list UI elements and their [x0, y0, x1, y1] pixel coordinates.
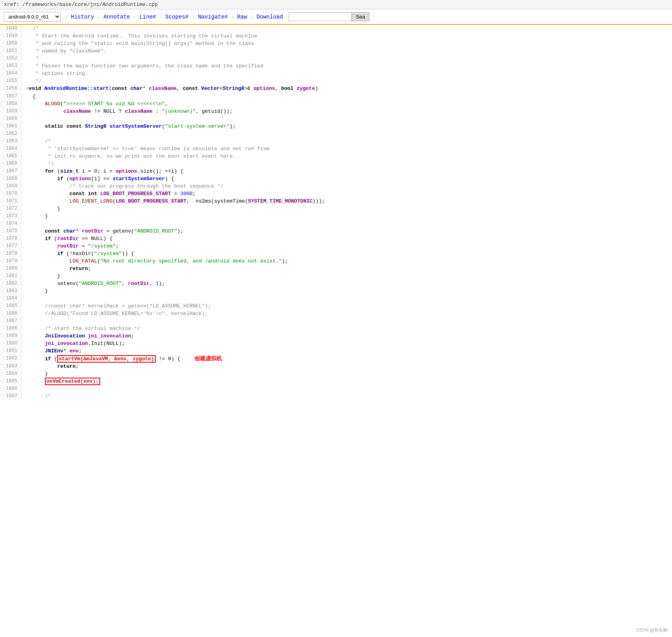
- line-number: 1069: [0, 183, 22, 190]
- code-line: 1049 * Start the Android runtime. This i…: [0, 32, 672, 40]
- line-content: return;: [22, 265, 672, 272]
- line-content: * and calling the "static void main(Stri…: [22, 40, 672, 47]
- code-line: 1083 }: [0, 287, 672, 295]
- line-number: 1060: [0, 115, 22, 123]
- code-line: 1080 return;: [0, 265, 672, 272]
- line-number: 1097: [0, 393, 22, 400]
- line-number: 1086: [0, 310, 22, 317]
- nav-link-raw[interactable]: Raw: [235, 13, 249, 21]
- line-number: 1078: [0, 250, 22, 257]
- line-content: *: [22, 55, 672, 62]
- line-content: //const char* kernelHack = getenv("LD_AS…: [22, 302, 672, 310]
- line-content: rootDir = "/system";: [22, 242, 672, 250]
- nav-link-line[interactable]: Line#: [137, 13, 158, 21]
- code-line: 1096: [0, 385, 672, 393]
- line-content: JniInvocation jni_invocation;: [22, 332, 672, 340]
- code-line: 1053 * Passes the main function two argu…: [0, 62, 672, 70]
- line-number: 1072: [0, 205, 22, 212]
- nav-separator-1: |: [65, 14, 68, 20]
- line-number: 1051: [0, 47, 22, 55]
- line-number: 1058: [0, 100, 22, 108]
- code-line: 1081 }: [0, 272, 672, 280]
- line-content: LOG_EVENT_LONG(LOG_BOOT_PROGRESS_START, …: [22, 197, 672, 205]
- line-number: 1089: [0, 332, 22, 340]
- line-number: 1067: [0, 168, 22, 175]
- line-number: 1065: [0, 153, 22, 160]
- line-content: */: [22, 160, 672, 168]
- code-line: 1085 //const char* kernelHack = getenv("…: [0, 302, 672, 310]
- nav-separator-2: |: [97, 14, 101, 20]
- line-content: }: [22, 370, 672, 378]
- nav-link-annotate[interactable]: Annotate: [101, 13, 132, 21]
- line-number: 1093: [0, 363, 22, 370]
- line-number: 1059: [0, 108, 22, 115]
- line-number: 1050: [0, 40, 22, 47]
- code-line: 1055 */: [0, 77, 672, 85]
- code-line: 1075 const char* rootDir = getenv("ANDRO…: [0, 227, 672, 235]
- version-select[interactable]: android-9.0.0_r61 android-8.1.0_r81 andr…: [4, 12, 61, 22]
- path-bar: xref: /frameworks/base/core/jni/AndroidR…: [0, 0, 672, 9]
- line-number: 1056: [0, 85, 22, 92]
- line-content: for (size_t i = 0; i < options.size(); +…: [22, 168, 672, 175]
- line-number: 1074: [0, 220, 22, 227]
- line-number: 1084: [0, 295, 22, 302]
- line-number: 1082: [0, 280, 22, 287]
- line-number: 1080: [0, 265, 22, 272]
- line-content: /* start the virtual machine */: [22, 325, 672, 332]
- nav-link-history[interactable]: History: [69, 13, 97, 21]
- code-line: 1063 /*: [0, 138, 672, 145]
- watermark: CSDN @孙先薪i: [636, 627, 668, 633]
- line-number: 1053: [0, 62, 22, 70]
- nav-link-scopes[interactable]: Scopes#: [163, 13, 191, 21]
- code-line: 1061 static const String8 startSystemSer…: [0, 123, 672, 130]
- line-content: jni_invocation.Init(NULL);: [22, 340, 672, 347]
- line-number: 1071: [0, 197, 22, 205]
- code-line: 1095 onVmCreated(env);: [0, 378, 672, 385]
- line-content: setenv("ANDROID_ROOT", rootDir, 1);: [22, 280, 672, 287]
- nav-bar: android-9.0.0_r61 android-8.1.0_r81 andr…: [0, 9, 672, 25]
- code-line: 1062: [0, 130, 672, 138]
- line-content: }: [22, 212, 672, 220]
- line-content: }: [22, 205, 672, 212]
- line-content: //ALOGD("Found LD_ASSUME_KERNEL='%s'\n",…: [22, 310, 672, 317]
- code-line: 1070 const int LOG_BOOT_PROGRESS_START =…: [0, 190, 672, 197]
- line-number: 1054: [0, 70, 22, 77]
- line-content: JNIEnv* env;: [22, 347, 672, 355]
- line-content: return;: [22, 363, 672, 370]
- code-line: 1076 if (rootDir == NULL) {: [0, 235, 672, 242]
- line-number: 1085: [0, 302, 22, 310]
- search-input[interactable]: [289, 12, 352, 21]
- code-line: 1072 }: [0, 205, 672, 212]
- code-line: 1048 /*: [0, 25, 672, 32]
- line-content: */: [22, 77, 672, 85]
- nav-link-download[interactable]: Download: [254, 13, 285, 21]
- code-line: 1073 }: [0, 212, 672, 220]
- search-button[interactable]: Sea: [352, 12, 370, 21]
- code-line: 1077 rootDir = "/system";: [0, 242, 672, 250]
- line-number: 1091: [0, 347, 22, 355]
- line-number: 1094: [0, 370, 22, 378]
- highlighted-call-2: onVmCreated(env);: [45, 378, 101, 385]
- code-line: 1069 /* track our progress through the b…: [0, 183, 672, 190]
- nav-separator-5: |: [192, 14, 195, 20]
- line-content: /*: [22, 393, 672, 400]
- line-content: ALOGD(">>>>>> START %s uid %d <<<<<<\n",: [22, 100, 672, 108]
- line-number: 1063: [0, 138, 22, 145]
- line-content: const char* rootDir = getenv("ANDROID_RO…: [22, 227, 672, 235]
- line-number: 1077: [0, 242, 22, 250]
- line-number: 1083: [0, 287, 22, 295]
- line-number: 1068: [0, 175, 22, 183]
- highlighted-call: startVm(&mJavaVM, &env, zygote): [57, 355, 156, 363]
- code-line: 1065 * init.rc anymore, so we print out …: [0, 153, 672, 160]
- code-line: 1092 if (startVm(&mJavaVM, &env, zygote)…: [0, 355, 672, 363]
- line-content: /*: [22, 138, 672, 145]
- line-content: if (rootDir == NULL) {: [22, 235, 672, 242]
- code-line: 1058 ALOGD(">>>>>> START %s uid %d <<<<<…: [0, 100, 672, 108]
- code-line: 1054 * options string.: [0, 70, 672, 77]
- nav-link-navigate[interactable]: Navigate#: [196, 13, 230, 21]
- code-line: 1087: [0, 317, 672, 325]
- code-area: 1048 /* 1049 * Start the Android runtime…: [0, 25, 672, 400]
- line-number: 1073: [0, 212, 22, 220]
- code-line: 1059 className != NULL ? className : "(u…: [0, 108, 672, 115]
- line-content: LOG_FATAL("No root directory specified, …: [22, 257, 672, 265]
